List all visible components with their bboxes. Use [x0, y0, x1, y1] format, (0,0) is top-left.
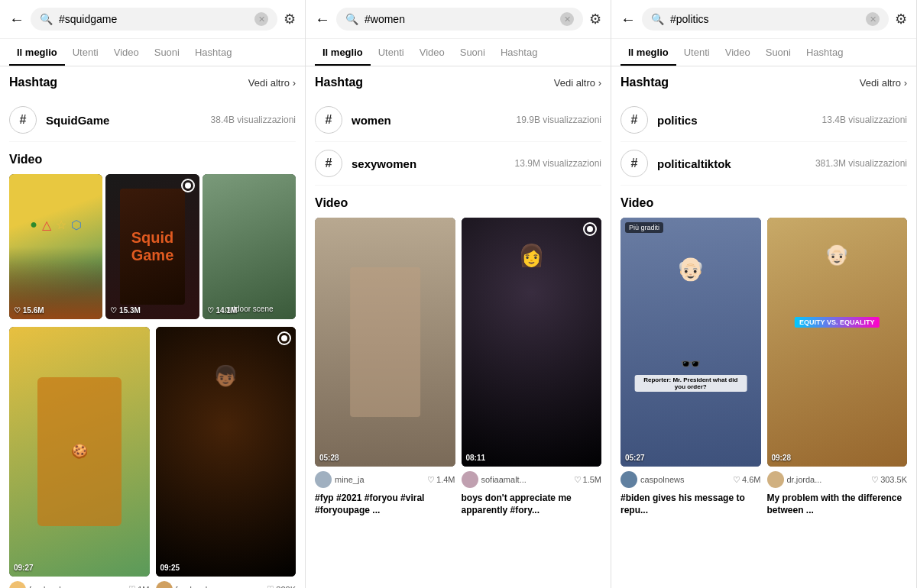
hash-icon-squidgame: #: [9, 106, 37, 134]
tab-utenti-squidgame[interactable]: Utenti: [65, 39, 106, 66]
hashtag-title-politics: Hashtag: [621, 76, 669, 89]
likes-politics-2: ♡ 303.5K: [871, 475, 907, 485]
back-button-women[interactable]: ←: [315, 11, 330, 28]
video-thumb-tall-squidgame-1[interactable]: 🍪 09:27: [9, 327, 150, 576]
video-thumb-politics-2[interactable]: 👴🏻 EQUITY VS. EQUALITY 09:28: [767, 218, 908, 467]
search-input-wrap-squidgame[interactable]: 🔍 #squidgame ✕: [31, 8, 277, 31]
tab-utenti-women[interactable]: Utenti: [371, 39, 412, 66]
hashtag-section-title-squidgame: Hashtag: [9, 76, 57, 89]
video-card-info-politics-2: dr.jorda... ♡ 303.5K: [767, 471, 908, 488]
tab-suoni-women[interactable]: Suoni: [452, 39, 493, 66]
tab-il-meglio-squidgame[interactable]: Il meglio: [9, 39, 65, 66]
hashtag-item-politics-1[interactable]: # politics 13.4B visualizzazioni: [621, 99, 907, 142]
column-squidgame: ← 🔍 #squidgame ✕ ⚙ Il meglio Utenti Vide…: [0, 0, 306, 588]
video-card-women-2: 👩 08:11 sofiaamalt... ♡ 1.5M boys don't …: [462, 218, 602, 516]
video-thumb-tall-squidgame-2[interactable]: 👦🏾 09:25: [156, 327, 296, 576]
likes-women-1: ♡ 1.4M: [427, 475, 455, 485]
tab-hashtag-squidgame[interactable]: Hashtag: [187, 39, 239, 66]
video-card-info-squidgame-1: foudecakes ♡ 1M: [9, 581, 150, 588]
clear-button-squidgame[interactable]: ✕: [254, 12, 268, 26]
likes-squidgame-2: ♡ 322K: [267, 584, 296, 588]
content-squidgame: Hashtag Vedi altro › # SquidGame 38.4B v…: [0, 66, 305, 588]
filter-button-politics[interactable]: ⚙: [895, 11, 907, 27]
video-thumbnails-squidgame: ● △ ☆ ⬡ ♡ 15.6M SquidGame: [9, 174, 296, 319]
timestamp-politics-2: 09:28: [772, 454, 792, 462]
video-section-title-women: Video: [315, 196, 601, 210]
hash-icon-politics-1: #: [621, 106, 648, 134]
tabs-women: Il meglio Utenti Video Suoni Hashtag: [306, 39, 611, 66]
tab-utenti-politics[interactable]: Utenti: [676, 39, 718, 66]
video-card-info-squidgame-2: foudecakes ♡ 322K: [156, 581, 296, 588]
avatar-women-2: [462, 471, 478, 488]
search-input-wrap-women[interactable]: 🔍 #women ✕: [336, 8, 583, 31]
reporter-caption: Reporter: Mr. President what did you ord…: [634, 375, 747, 392]
timestamp-squidgame-card1: 09:27: [14, 564, 34, 572]
hashtag-name-women-2: sexywomen: [352, 157, 416, 170]
avatar-women-1: [315, 471, 332, 488]
search-input-wrap-politics[interactable]: 🔍 #politics ✕: [642, 8, 889, 31]
video-cards-squidgame: 🍪 09:27 foudecakes ♡ 1M #squidgame: [9, 327, 296, 588]
video-thumb-politics-1[interactable]: 👴🏻 🕶️ Più graditi Reporter: Mr. Presiden…: [621, 218, 761, 467]
tab-hashtag-politics[interactable]: Hashtag: [799, 39, 851, 66]
tab-video-women[interactable]: Video: [412, 39, 452, 66]
search-query-squidgame[interactable]: #squidgame: [59, 13, 248, 25]
desc-politics-1: #biden gives his message to repu...: [621, 493, 761, 516]
see-more-politics[interactable]: Vedi altro ›: [860, 77, 907, 89]
hashtag-item-women-1[interactable]: # women 19.9B visualizzazioni: [315, 99, 601, 142]
filter-button-squidgame[interactable]: ⚙: [284, 11, 296, 27]
hashtag-item-politics-2[interactable]: # politicaltiktok 381.3M visualizzazioni: [621, 142, 907, 186]
video-cards-women: 05:28 mine_ja ♡ 1.4M #fyp #2021 #foryou …: [315, 218, 601, 516]
search-bar-squidgame: ← 🔍 #squidgame ✕ ⚙: [0, 0, 305, 39]
filter-button-women[interactable]: ⚙: [589, 11, 601, 27]
tab-suoni-politics[interactable]: Suoni: [758, 39, 799, 66]
search-icon-squidgame: 🔍: [40, 13, 53, 25]
avatar-politics-1: [621, 471, 637, 488]
column-politics: ← 🔍 #politics ✕ ⚙ Il meglio Utenti Video…: [611, 0, 917, 588]
search-query-politics[interactable]: #politics: [670, 13, 860, 25]
avatar-politics-2: [767, 471, 784, 488]
desc-women-2: boys don't appreciate me apparently #for…: [462, 493, 602, 516]
video-thumb-women-2[interactable]: 👩 08:11: [462, 218, 602, 467]
video-thumb-squidgame-2[interactable]: SquidGame ♡ 15.3M: [105, 174, 199, 319]
video-thumb-women-1[interactable]: 05:28: [315, 218, 455, 467]
timestamp-women-2: 08:11: [466, 454, 486, 462]
tab-hashtag-women[interactable]: Hashtag: [493, 39, 545, 66]
hashtag-title-women: Hashtag: [315, 76, 363, 89]
hashtag-name-politics-2: politicaltiktok: [657, 157, 731, 170]
back-button-politics[interactable]: ←: [621, 11, 636, 28]
timestamp-squidgame-card2: 09:25: [160, 564, 180, 572]
column-women: ← 🔍 #women ✕ ⚙ Il meglio Utenti Video Su…: [306, 0, 611, 588]
record-icon-women-2: [583, 222, 597, 236]
clear-button-women[interactable]: ✕: [560, 12, 574, 26]
username-women-2: sofiaamalt...: [481, 475, 571, 484]
video-cards-politics: 👴🏻 🕶️ Più graditi Reporter: Mr. Presiden…: [621, 218, 907, 516]
see-more-women[interactable]: Vedi altro ›: [554, 77, 601, 89]
search-bar-women: ← 🔍 #women ✕ ⚙: [306, 0, 611, 39]
hashtag-views-squidgame: 38.4B visualizzazioni: [211, 115, 296, 125]
hashtag-item-women-2[interactable]: # sexywomen 13.9M visualizzazioni: [315, 142, 601, 186]
clear-button-politics[interactable]: ✕: [866, 12, 880, 26]
thumb-likes-squidgame-2: ♡ 15.3M: [110, 306, 141, 315]
tab-il-meglio-women[interactable]: Il meglio: [315, 39, 371, 66]
video-card-women-1: 05:28 mine_ja ♡ 1.4M #fyp #2021 #foryou …: [315, 218, 455, 516]
tab-video-squidgame[interactable]: Video: [106, 39, 147, 66]
hashtag-views-politics-2: 381.3M visualizzazioni: [815, 158, 907, 169]
tab-il-meglio-politics[interactable]: Il meglio: [621, 39, 676, 66]
hashtag-section-header-politics: Hashtag Vedi altro ›: [621, 76, 907, 89]
video-thumb-squidgame-3[interactable]: outdoor scene ♡ 14.1M: [203, 174, 296, 319]
video-section-title-politics: Video: [621, 196, 907, 210]
tab-suoni-squidgame[interactable]: Suoni: [147, 39, 187, 66]
search-query-women[interactable]: #women: [365, 13, 554, 25]
video-card-squidgame-1: 🍪 09:27 foudecakes ♡ 1M #squidgame: [9, 327, 150, 588]
see-more-hashtag-squidgame[interactable]: Vedi altro ›: [248, 77, 296, 89]
tab-video-politics[interactable]: Video: [718, 39, 758, 66]
video-thumb-squidgame-1[interactable]: ● △ ☆ ⬡ ♡ 15.6M: [9, 174, 102, 319]
back-button-squidgame[interactable]: ←: [9, 11, 24, 28]
timestamp-politics-1: 05:27: [625, 454, 645, 462]
search-icon-politics: 🔍: [651, 13, 664, 25]
content-politics: Hashtag Vedi altro › # politics 13.4B vi…: [611, 66, 916, 588]
hashtag-item-squidgame[interactable]: # SquidGame 38.4B visualizzazioni: [9, 99, 296, 142]
content-women: Hashtag Vedi altro › # women 19.9B visua…: [306, 66, 611, 588]
video-card-politics-1: 👴🏻 🕶️ Più graditi Reporter: Mr. Presiden…: [621, 218, 761, 516]
hashtag-views-politics-1: 13.4B visualizzazioni: [822, 115, 907, 125]
